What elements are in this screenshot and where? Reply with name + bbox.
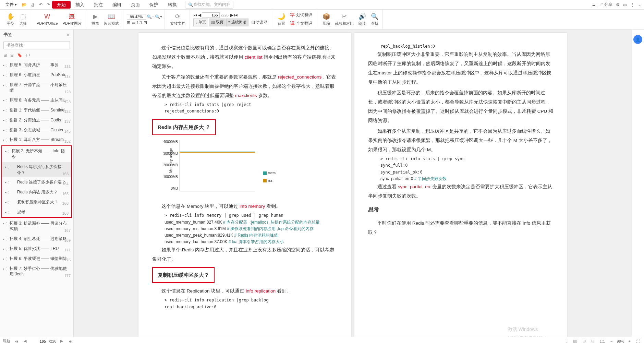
paragraph: 平时你们在使用 Redis 时还需要查看哪些重要的信息，能不能直接在 Info … xyxy=(368,218,553,237)
document-viewport[interactable]: 这个信息也是比较有用的，通过观察这个数量可以确定是否存在意料之外的连接。如果发现… xyxy=(74,29,632,337)
expand-all-icon[interactable]: ⊞ xyxy=(3,53,7,58)
fit-page-icon[interactable]: ▭ xyxy=(132,20,135,25)
skin-icon[interactable]: ▭ xyxy=(623,2,627,7)
status-page-input[interactable] xyxy=(31,339,46,344)
menu-protect[interactable]: 保护 xyxy=(145,1,163,9)
bookmark-item[interactable]: ▸▯拓展 5: 优胜劣汰 —— LRU171 xyxy=(0,244,73,254)
prev-icon[interactable]: ◀ xyxy=(22,339,28,343)
read-aloud[interactable]: 🔊朗读 xyxy=(356,12,368,27)
first-icon[interactable]: ⏮ xyxy=(13,339,20,343)
menu-edit[interactable]: 编辑 xyxy=(108,1,126,9)
zoom-value[interactable]: 99.42% xyxy=(127,14,146,20)
paragraph: 如果单个 Redis 内存占用过大，并且在业务上没有太多压缩的空间的话，可以考虑… xyxy=(152,245,337,264)
bookmark-item[interactable]: ▸▯原理 6: 小道消息 —— PubSub117 xyxy=(0,70,73,80)
status-page-total: /226 xyxy=(49,339,56,343)
bookmark-item[interactable]: ▸▯拓展 7: 妙手仁心 —— 优雅地使用 Jedis177 xyxy=(0,264,73,279)
caret-icon[interactable]: ⌄ xyxy=(638,2,641,7)
toolbar: ✋手型 ⬚选择 WPDF转Office 🖼PDF转图片 ▶播放 📖阅读模式 99… xyxy=(0,10,644,29)
menu-start[interactable]: 开始 xyxy=(52,1,71,9)
prev-page-icon[interactable]: ◀ xyxy=(198,13,201,17)
windows-watermark: 激活 Windows转到"设置"以激活 Windows。 xyxy=(508,324,557,337)
bookmark-item[interactable]: ▸▯集群 3: 众志成城 —— Cluster145 xyxy=(0,125,73,135)
ytick: 20000MB xyxy=(159,162,178,169)
zoom-out-icon[interactable]: − xyxy=(609,339,614,343)
bookmark-item[interactable]: ▸▯Redis 连接了多少客户端？164 xyxy=(2,177,71,187)
double-page[interactable]: ▯▯ 双页 xyxy=(209,19,226,26)
hand-tool[interactable]: ✋手型 xyxy=(5,12,16,27)
collapse-all-icon[interactable]: ⊟ xyxy=(10,53,14,58)
last-page-icon[interactable]: ⏭ xyxy=(234,13,238,17)
full-translate[interactable]: 译全文翻译 xyxy=(288,20,315,28)
cloud-icon[interactable]: ☁ xyxy=(592,2,596,7)
menu-convert[interactable]: 转换 xyxy=(163,1,182,9)
paragraph: 这个信息在 Memory 块里，可以通过 info memory 看到。 xyxy=(152,202,337,211)
find-button[interactable]: 🔍查找 xyxy=(369,12,380,27)
fullscreen-icon[interactable]: ⛶ xyxy=(635,339,641,343)
zoom-out-icon[interactable]: 🔍− xyxy=(147,14,154,19)
gear-icon[interactable]: ⚙ xyxy=(616,2,620,7)
print-icon[interactable]: 🖨 xyxy=(29,2,36,8)
bookmark-item[interactable]: ▸▯Redis 内存占用多大？165 xyxy=(2,187,71,197)
bookmark-item[interactable]: ▸▯拓展 4: 朝生暮死 —— 过期策略169 xyxy=(0,234,73,244)
menu-annotate[interactable]: 批注 xyxy=(89,1,108,9)
bookmark-item[interactable]: ▸▯拓展 2: 无所不知 —— Info 指令 xyxy=(2,146,71,162)
view-grid-icon[interactable]: ⊞ xyxy=(581,339,587,343)
page-input[interactable] xyxy=(202,12,220,18)
word-translate[interactable]: 字划词翻译 xyxy=(288,11,315,20)
bookmark-item[interactable]: ▸▯集群 2: 分而治之 —— Codis137 xyxy=(0,115,73,125)
zoom-in-icon[interactable]: + xyxy=(627,339,632,343)
bookmark-icon[interactable]: 🔖 xyxy=(17,53,22,58)
pdf-to-image[interactable]: 🖼PDF转图片 xyxy=(61,12,84,27)
crop-compare[interactable]: ✂裁剪和对比 xyxy=(333,12,356,27)
share-button[interactable]: ↗ 分享 xyxy=(599,2,612,8)
next-page-icon[interactable]: ▶ xyxy=(230,13,233,17)
undo-icon[interactable]: ↶ xyxy=(38,2,44,8)
view-double-icon[interactable]: ▯▯ xyxy=(572,339,579,343)
global-search[interactable]: 🔍 查找功能、文档内容 xyxy=(185,1,233,9)
auto-scroll[interactable]: 自动滚动 xyxy=(249,19,270,26)
fit-icon[interactable]: ⊡ xyxy=(590,339,596,343)
heading: 思考 xyxy=(368,204,553,215)
rotate-button[interactable]: ⟳旋转文档 xyxy=(168,12,187,27)
redo-icon[interactable]: ↷ xyxy=(45,2,51,8)
bookmark-item[interactable]: ▸▯拓展 3: 拾遗漏补 —— 再谈分布式锁167 xyxy=(0,218,73,234)
actual-size-icon[interactable]: 1:1 xyxy=(137,20,143,25)
page-right: repl_backlog_histlen:0 复制积压缓冲区大小非常重要，它严重… xyxy=(354,33,567,337)
pdf-to-office[interactable]: WPDF转Office xyxy=(35,12,60,27)
menu-bar: 文件 ▾ 📂 🖨 ↶ ↷ 开始 插入 批注 编辑 页面 保护 转换 🔍 查找功能… xyxy=(0,0,644,10)
file-menu[interactable]: 文件 ▾ xyxy=(3,1,20,8)
bookmark-item[interactable]: ▸▯复制积压缓冲区多大？166 xyxy=(2,197,71,207)
menu-insert[interactable]: 插入 xyxy=(71,1,89,9)
bookmark-item[interactable]: ▸▯原理 5: 同舟共济 —— 事务111 xyxy=(0,60,73,70)
fit-width-icon[interactable]: ⊞ xyxy=(127,20,130,25)
bookmark-item[interactable]: ▸▯原理 7: 开源节流 —— 小对象压缩123 xyxy=(0,80,73,96)
fit-height-icon[interactable]: ⊡ xyxy=(144,20,147,25)
close-icon[interactable]: ✕ xyxy=(66,32,70,37)
bookmark-item[interactable]: ▸▯集群 1: 李代桃僵 —— Sentinel132 xyxy=(0,105,73,115)
single-page[interactable]: ▯ 单页 xyxy=(193,19,208,26)
bookmark-item[interactable]: ▸▯拓展 6: 平波缓进 —— 懒惰删除175 xyxy=(0,254,73,264)
zoom-in-icon[interactable]: 🔍+ xyxy=(155,14,162,19)
sidebar-title: 书签 xyxy=(3,32,12,38)
read-mode[interactable]: 📖阅读模式 xyxy=(102,12,121,27)
more-icon[interactable]: ⋮ xyxy=(630,2,634,7)
background-button[interactable]: 🌙背景 xyxy=(276,12,287,27)
view-single-icon[interactable]: ▯ xyxy=(564,339,569,343)
menu-page[interactable]: 页面 xyxy=(126,1,145,9)
first-page-icon[interactable]: ⏮ xyxy=(193,13,197,17)
avatar[interactable]: 👤 xyxy=(633,35,642,44)
bookmark-search-input[interactable] xyxy=(3,41,70,49)
bookmark-item[interactable]: ▸▯Redis 每秒执行多少次指令？165 xyxy=(2,162,71,178)
open-icon[interactable]: 📂 xyxy=(20,2,28,8)
last-icon[interactable]: ⏭ xyxy=(67,339,74,343)
select-tool[interactable]: ⬚选择 xyxy=(17,12,29,27)
bookmark-item[interactable]: ▸▯思考166 xyxy=(2,207,71,217)
play-button[interactable]: ▶播放 xyxy=(89,12,101,27)
bookmark-item[interactable]: ▸▯原理 8: 有备无患 —— 主从同步128 xyxy=(0,95,73,105)
compress-button[interactable]: 📦压缩 xyxy=(320,12,332,27)
bookmark-item[interactable]: ▸▯拓展 1: 耳听八方 —— Stream152 xyxy=(0,135,73,145)
continuous[interactable]: ≡ 连续阅读 xyxy=(226,19,248,26)
next-icon[interactable]: ▶ xyxy=(59,339,64,343)
actual-icon[interactable]: 1:1 xyxy=(598,339,606,343)
bookmark-outline-icon[interactable]: 🏷 xyxy=(26,53,30,58)
